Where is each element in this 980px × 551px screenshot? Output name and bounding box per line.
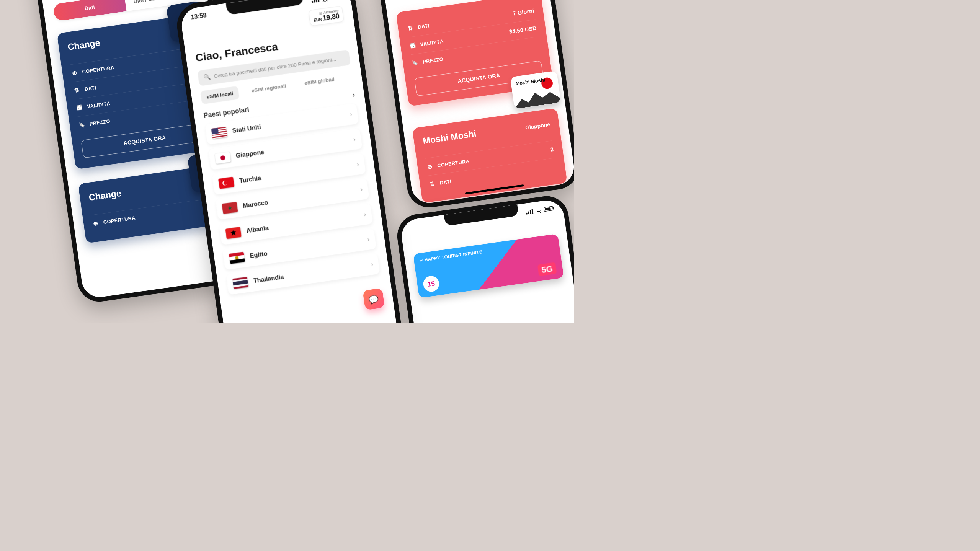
spec-coverage-label: COPERTURA	[82, 65, 115, 75]
spec-price-label: PREZZO	[422, 56, 444, 65]
brand-card-happy-tourist[interactable]: ∞ HAPPY TOURIST INFINITE 15 5G	[413, 234, 564, 298]
plan-card-red[interactable]: DATI 7 Giorni VALIDITÀ $4.50 USD PREZZO …	[396, 0, 554, 106]
chevron-right-icon	[363, 211, 366, 218]
wifi-icon	[321, 0, 328, 2]
flag-tr-icon	[218, 177, 234, 189]
search-icon	[203, 73, 211, 81]
tab-esim-globali[interactable]: eSIM globali	[298, 72, 341, 90]
country-name: Marocco	[242, 199, 268, 210]
spec-data-label: DATI	[84, 85, 96, 92]
chevron-right-icon[interactable]	[352, 91, 356, 99]
tab-esim-regionali[interactable]: eSIM regionali	[245, 78, 293, 98]
calendar-icon	[409, 42, 416, 49]
spec-price-label: PREZZO	[89, 118, 111, 127]
country-name: Giappone	[235, 148, 265, 160]
price-tag-icon	[412, 59, 419, 67]
globe-icon	[71, 69, 78, 77]
flag-eg-icon	[229, 252, 245, 264]
flag-ma-icon	[222, 202, 238, 214]
airmoney-currency: EUR	[314, 17, 322, 23]
phone-pricing-red: DATI 7 Giorni VALIDITÀ $4.50 USD PREZZO …	[361, 0, 574, 210]
wifi-icon	[535, 207, 542, 214]
spec-coverage-label: COPERTURA	[437, 158, 470, 168]
spec-coverage-label: COPERTURA	[103, 215, 136, 225]
price-tag-icon	[78, 121, 86, 129]
signal-icon	[526, 209, 533, 214]
spec-coverage: COPERTURA	[91, 197, 219, 232]
globe-icon	[92, 220, 100, 227]
data-icon	[407, 24, 414, 32]
chat-fab[interactable]	[363, 288, 385, 310]
chevron-right-icon	[353, 135, 356, 143]
brand-chip-moshi: Moshi Moshi	[510, 71, 561, 109]
spec-data-label: DATI	[439, 179, 452, 186]
flag-th-icon	[232, 277, 248, 289]
chat-icon	[368, 293, 379, 305]
globe-icon	[426, 163, 433, 170]
plan-title: Moshi Moshi	[422, 129, 477, 146]
tab-esim-locali[interactable]: eSIM locali	[200, 86, 240, 104]
plan-subtitle: Giappone	[525, 121, 550, 131]
country-name: Albania	[246, 224, 269, 235]
brand-chip-text: Moshi Moshi	[515, 77, 546, 87]
country-name: Egitto	[249, 250, 268, 259]
chevron-right-icon	[367, 236, 370, 243]
chevron-right-icon	[371, 261, 374, 268]
spec-validity-value: $4.50 USD	[509, 25, 537, 35]
signal-icon	[311, 0, 319, 3]
country-name: Thailandia	[253, 273, 284, 285]
flag-us-icon	[211, 127, 227, 139]
happy-days-badge: 15	[422, 275, 440, 293]
chevron-right-icon	[349, 111, 352, 118]
chevron-right-icon	[356, 161, 359, 168]
segment-dati[interactable]: Dati	[53, 0, 127, 21]
five-g-badge: 5G	[537, 262, 557, 276]
data-icon	[74, 86, 81, 94]
data-icon	[429, 180, 436, 187]
spec-coverage-value: 2	[550, 146, 554, 153]
phone-happy-tourist: ∞ HAPPY TOURIST INFINITE 15 5G	[394, 193, 574, 323]
country-name: Turchia	[239, 174, 261, 185]
calendar-icon	[76, 104, 83, 111]
country-name: Stati Uniti	[232, 123, 261, 134]
spec-validity-label: VALIDITÀ	[420, 38, 444, 47]
spec-validity-label: VALIDITÀ	[87, 101, 111, 109]
clock: 13:58	[190, 11, 207, 21]
happy-title: ∞ HAPPY TOURIST INFINITE	[420, 240, 553, 263]
chevron-right-icon	[360, 186, 363, 193]
flag-al-icon	[225, 227, 241, 239]
section-title: Paesi popolari	[203, 106, 249, 120]
spec-data-value: 7 Giorni	[513, 8, 535, 17]
spec-data-label: DATI	[418, 23, 430, 30]
flag-jp-icon	[215, 152, 231, 164]
battery-icon	[544, 206, 554, 212]
